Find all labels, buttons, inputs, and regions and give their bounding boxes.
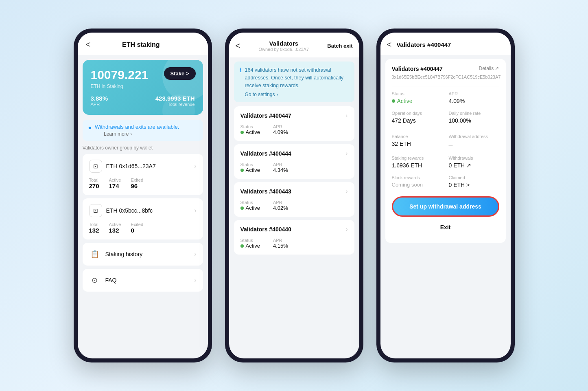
phone-3: < Validators #400447 Validators #400447 … <box>376 29 515 362</box>
stake-amount-label: ETH in Staking <box>91 83 195 89</box>
withdrawals-text-container: Withdrawals and exits are available. Lea… <box>95 124 179 137</box>
vc-3-chevron: › <box>345 226 348 233</box>
dc-apr-field: APR 4.09% <box>449 91 499 104</box>
dc-claimed-field: Claimed 0 ETH > <box>449 175 499 188</box>
back-button-3[interactable]: < <box>387 40 392 49</box>
wallet1-name: ETH 0x1d65...23A7 <box>106 163 156 169</box>
dc-staking-rewards-field: Staking rewards 1.6936 ETH <box>392 156 442 169</box>
dc-details-link[interactable]: Details ↗ <box>479 66 499 71</box>
wallet2-header: ⊡ ETH 0x5bcc...8bfc › <box>89 204 197 217</box>
apr-label: APR <box>91 102 108 107</box>
vc-1-apr: APR 4.34% <box>273 162 288 173</box>
vc-0-apr: APR 4.09% <box>273 124 288 135</box>
apr-stat: 3.88% APR <box>91 95 108 107</box>
screen-validators: < Validators Owned by 0x1d6...023A7 Batc… <box>229 33 359 358</box>
wallet1-icon: ⊡ <box>89 160 102 173</box>
screen3-title: Validators #400447 <box>396 41 451 48</box>
screen2-header: < Validators Owned by 0x1d6...023A7 Batc… <box>229 33 359 57</box>
faq-label: FAQ <box>105 277 117 283</box>
vc-1-header: Validators #400444 › <box>240 150 348 157</box>
stake-button[interactable]: Stake > <box>164 67 196 80</box>
dc-opdays-field: Operation days 472 Days <box>392 111 442 124</box>
dc-block-rewards-field: Block rewards Coming soon <box>392 175 442 188</box>
active-dot-1 <box>240 169 244 172</box>
vc-0-status: Status Active <box>240 124 260 135</box>
exit-button[interactable]: Exit <box>392 218 499 236</box>
validator-card-2[interactable]: Validators #400443 › Status Active APR 4… <box>234 182 354 217</box>
vc-2-chevron: › <box>345 188 348 195</box>
dc-withdrawals-field: Withdrawals 0 ETH ↗ <box>449 156 499 169</box>
vc-2-status: Status Active <box>240 200 260 211</box>
faq-item[interactable]: ⊙ FAQ › <box>83 269 203 292</box>
faq-left: ⊙ FAQ <box>89 275 117 286</box>
staking-history-label: Staking history <box>105 251 143 257</box>
alert-text: 164 validators have not set withdrawal a… <box>245 66 349 89</box>
wallet2-total: Total 132 <box>89 222 99 234</box>
staking-history-item[interactable]: 📋 Staking history › <box>83 243 203 266</box>
vc-2-stats: Status Active APR 4.02% <box>240 200 348 211</box>
screen1-title: ETH staking <box>90 41 191 48</box>
withdrawals-banner: ● Withdrawals and exits are available. L… <box>83 120 203 141</box>
stake-stats: 3.88% APR 428.9993 ETH Total revenue <box>91 95 195 107</box>
screen2-title-block: Validators Owned by 0x1d6...023A7 <box>259 40 309 52</box>
screen1-content: Stake > 10079.221 ETH in Staking 3.88% A… <box>78 55 208 358</box>
validator-card-1[interactable]: Validators #400444 › Status Active APR 4… <box>234 144 354 179</box>
dc-name: Validators #400447 <box>392 66 443 72</box>
learn-more-link[interactable]: Learn more › <box>104 131 179 137</box>
dc-grid-1: Status Active APR 4.09% Operation days 4… <box>392 91 499 124</box>
vc-2-apr: APR 4.02% <box>273 200 288 211</box>
dc-opdays-value: 472 Days <box>392 117 442 124</box>
go-to-settings-link[interactable]: Go to settings › <box>245 92 349 97</box>
dc-balance-value: 32 ETH <box>392 141 442 147</box>
wallet1-exited: Exited 96 <box>131 178 144 189</box>
screen1-header: < ETH staking <box>78 33 208 55</box>
vc-1-chevron: › <box>345 150 348 157</box>
screen-eth-staking: < ETH staking Stake > 10079.221 ETH in S… <box>78 33 208 358</box>
dc-balance-field: Balance 32 ETH <box>392 134 442 149</box>
vc-2-status-value: Active <box>240 205 260 211</box>
phone-1: < ETH staking Stake > 10079.221 ETH in S… <box>74 29 212 362</box>
revenue-value: 428.9993 ETH <box>155 95 195 102</box>
faq-icon: ⊙ <box>89 275 101 286</box>
active-dot-detail <box>392 99 395 103</box>
active-dot-0 <box>240 131 244 134</box>
alert-icon: ℹ <box>240 67 242 97</box>
vc-0-name: Validators #400447 <box>240 112 291 119</box>
batch-exit-button[interactable]: Batch exit <box>327 43 352 49</box>
screen2-subtitle: Owned by 0x1d6...023A7 <box>259 47 309 52</box>
back-button-1[interactable]: < <box>86 40 91 49</box>
wallet2-icon: ⊡ <box>89 204 102 217</box>
faq-chevron: › <box>194 277 196 284</box>
vc-0-stats: Status Active APR 4.09% <box>240 124 348 135</box>
withdrawals-text: Withdrawals and exits are available. <box>95 124 179 130</box>
vc-0-header: Validators #400447 › <box>240 112 348 119</box>
vc-1-stats: Status Active APR 4.34% <box>240 162 348 173</box>
vc-1-status: Status Active <box>240 162 260 173</box>
apr-value: 3.88% <box>91 95 108 102</box>
vc-0-chevron: › <box>345 112 348 119</box>
vc-3-status: Status Active <box>240 238 260 249</box>
wallet2-info: ⊡ ETH 0x5bcc...8bfc <box>89 204 153 217</box>
validator-card-3[interactable]: Validators #400440 › Status Active APR 4… <box>234 220 354 255</box>
dc-status-value: Active <box>392 98 442 104</box>
screen3-header: < Validators #400447 <box>380 33 511 55</box>
vc-3-stats: Status Active APR 4.15% <box>240 238 348 249</box>
validator-card-0[interactable]: Validators #400447 › Status Active APR 4… <box>234 106 354 141</box>
revenue-stat: 428.9993 ETH Total revenue <box>155 95 195 107</box>
wallet1-info: ⊡ ETH 0x1d65...23A7 <box>89 160 156 173</box>
wallet-card-1[interactable]: ⊡ ETH 0x1d65...23A7 › Total 270 Active 1… <box>83 154 203 195</box>
back-button-2[interactable]: < <box>236 41 240 51</box>
dc-online-value: 100.00% <box>449 117 499 124</box>
active-dot-2 <box>240 206 244 210</box>
dc-withdrawals-value: 0 ETH ↗ <box>449 162 499 169</box>
dc-withdrawal-field: Withdrawal address – <box>449 134 499 149</box>
screen2-content: ℹ 164 validators have not set withdrawal… <box>229 57 359 358</box>
screen3-content: Validators #400447 Details ↗ 0x1d65E5bBE… <box>380 55 511 358</box>
set-up-withdrawal-button[interactable]: Set up withdrawal address <box>392 196 499 217</box>
wallet-card-2[interactable]: ⊡ ETH 0x5bcc...8bfc › Total 132 Active 1… <box>83 198 203 239</box>
history-icon: 📋 <box>89 248 101 260</box>
validator-detail-card: Validators #400447 Details ↗ 0x1d65E5bBE… <box>385 59 506 243</box>
dc-grid-2: Balance 32 ETH Withdrawal address – Stak… <box>392 134 499 188</box>
vc-0-status-value: Active <box>240 129 260 135</box>
dc-divider-2 <box>392 129 499 129</box>
